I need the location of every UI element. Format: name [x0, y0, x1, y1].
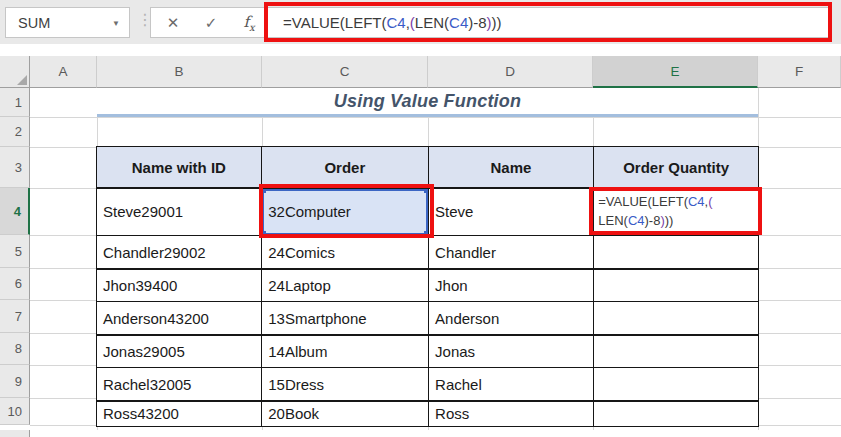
gridline-horizontal [30, 117, 841, 118]
row-header-11-partial [0, 430, 30, 437]
formula-bar-strip: SUM ▼ ⋮ ✕ ✓ fx =VALUE(LEFT(C4,(LEN(C4)-8… [0, 0, 841, 44]
formula-line: LEN(C4)-8))) [598, 211, 758, 231]
table-header-cell[interactable]: Order Quantity [594, 147, 758, 187]
table-header-cell[interactable]: Name with ID [97, 147, 261, 187]
range-handle-icon[interactable] [262, 231, 266, 235]
formula-token: C4 [387, 14, 406, 31]
formula-token: LEN( [415, 14, 449, 31]
row-header-3[interactable]: 3 [0, 147, 30, 188]
cell-name[interactable]: Rachel [429, 368, 593, 400]
formula-input[interactable]: =VALUE(LEFT(C4,(LEN(C4)-8))) [283, 8, 502, 37]
cell-name[interactable]: Ross [429, 402, 593, 427]
cell-name-with-id[interactable]: Jhon39400 [97, 270, 261, 301]
range-handle-icon[interactable] [262, 189, 266, 193]
cell-order-quantity[interactable] [594, 302, 758, 334]
cell-c4-order-referenced[interactable]: 32Computer [262, 189, 427, 235]
cell-name[interactable]: Jonas [429, 336, 593, 367]
cancel-icon[interactable]: ✕ [161, 8, 185, 37]
cell-name-with-id[interactable]: Jonas29005 [97, 336, 261, 367]
title-underline [97, 114, 758, 117]
cell-name-with-id[interactable]: Steve29001 [97, 189, 261, 235]
formula-token: )) [492, 14, 502, 31]
column-header-d[interactable]: D [428, 56, 593, 88]
name-box[interactable]: SUM ▼ [5, 7, 130, 38]
row-header-9[interactable]: 9 [0, 365, 30, 398]
sheet-title-cell[interactable]: Using Value Function [97, 88, 758, 115]
cell-order-quantity[interactable] [594, 402, 758, 427]
cell-order-quantity[interactable] [594, 336, 758, 367]
cell-order[interactable]: 20Book [262, 402, 427, 427]
data-table: Name with IDOrderNameOrder QuantitySteve… [96, 146, 759, 427]
column-header-b[interactable]: B [97, 56, 262, 88]
cell-e4-active-formula[interactable]: =VALUE(LEFT(C4,(LEN(C4)-8))) [594, 189, 758, 235]
cell-order-quantity[interactable] [594, 270, 758, 301]
name-box-dropdown-icon[interactable]: ▼ [112, 19, 120, 28]
table-header-cell[interactable]: Name [429, 147, 593, 187]
cell-name[interactable]: Steve [429, 189, 593, 235]
enter-icon[interactable]: ✓ [199, 8, 223, 37]
formula-token: C4 [628, 213, 645, 228]
excel-window: SUM ▼ ⋮ ✕ ✓ fx =VALUE(LEFT(C4,(LEN(C4)-8… [0, 0, 841, 437]
table-header-cell[interactable]: Order [262, 147, 427, 187]
formula-line: =VALUE(LEFT(C4,( [598, 192, 758, 212]
row-header-5[interactable]: 5 [0, 235, 30, 268]
column-header-f[interactable]: F [758, 56, 841, 88]
column-header-c[interactable]: C [262, 56, 428, 88]
formula-token: =VALUE(LEFT( [598, 194, 688, 209]
fx-x: x [249, 22, 255, 33]
cell-name-with-id[interactable]: Anderson43200 [97, 302, 261, 334]
row-header-8[interactable]: 8 [0, 333, 30, 365]
row-header-6[interactable]: 6 [0, 268, 30, 300]
formula-token: C4 [449, 14, 468, 31]
range-handle-icon[interactable] [424, 231, 428, 235]
formula-token: C4 [688, 194, 705, 209]
cell-name-with-id[interactable]: Ross43200 [97, 402, 261, 427]
column-header-a[interactable]: A [30, 56, 97, 88]
cell-order[interactable]: 15Dress [262, 368, 427, 400]
formula-token: )-8 [645, 213, 661, 228]
cell-name[interactable]: Anderson [429, 302, 593, 334]
cell-order[interactable]: 14Album [262, 336, 427, 367]
formula-token: LEN( [598, 213, 628, 228]
cell-order[interactable]: 24Comics [262, 236, 427, 268]
row-header-10[interactable]: 10 [0, 398, 30, 425]
cell-name[interactable]: Jhon [429, 270, 593, 301]
row-header-1[interactable]: 1 [0, 88, 30, 117]
formula-token: =VALUE(LEFT( [283, 14, 387, 31]
formula-token: )-8 [468, 14, 486, 31]
row-header-7[interactable]: 7 [0, 300, 30, 333]
formula-token: ( [708, 194, 712, 209]
column-header-e[interactable]: E [593, 56, 758, 88]
cell-order-quantity[interactable] [594, 236, 758, 268]
cell-order[interactable]: 24Laptop [262, 270, 427, 301]
row-header-2[interactable]: 2 [0, 117, 30, 147]
insert-function-icon[interactable]: fx [237, 8, 261, 37]
range-handle-icon[interactable] [424, 189, 428, 193]
cell-order-quantity[interactable] [594, 368, 758, 400]
formula-bar: ✕ ✓ fx =VALUE(LEFT(C4,(LEN(C4)-8))) [150, 7, 831, 38]
select-all-button[interactable] [0, 56, 30, 88]
cell-name-with-id[interactable]: Chandler29002 [97, 236, 261, 268]
cell-name-with-id[interactable]: Rachel32005 [97, 368, 261, 400]
formula-token: )) [665, 213, 674, 228]
cell-name[interactable]: Chandler [429, 236, 593, 268]
cell-order[interactable]: 13Smartphone [262, 302, 427, 334]
row-header-4[interactable]: 4 [0, 188, 30, 235]
name-box-value: SUM [18, 15, 50, 31]
